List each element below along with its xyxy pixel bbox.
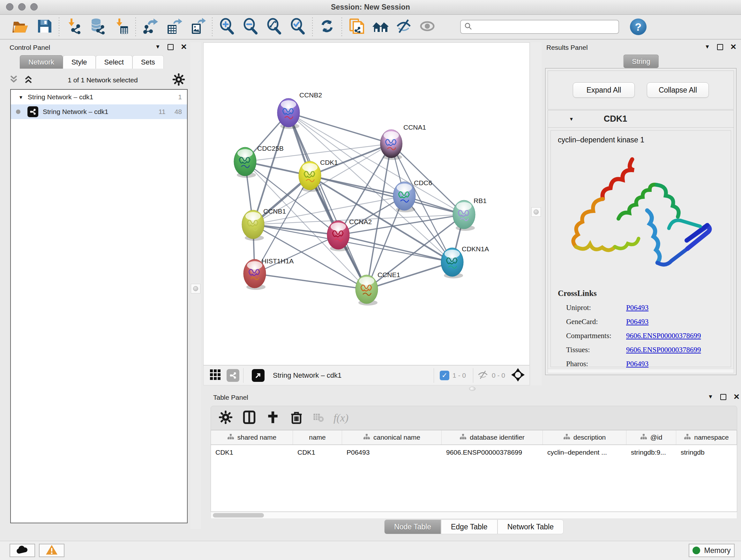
column-header-description[interactable]: description bbox=[543, 430, 626, 444]
table-cell[interactable]: 9606.ENSP00000378699 bbox=[442, 445, 543, 460]
warning-status-button[interactable] bbox=[39, 544, 64, 557]
expander-triangle-icon[interactable]: ▼ bbox=[18, 95, 23, 100]
save-session-button[interactable] bbox=[32, 17, 56, 37]
table-cell[interactable]: CDK1 bbox=[293, 445, 342, 460]
network-row[interactable]: String Network – cdk1 11 48 bbox=[11, 105, 187, 119]
table-cell[interactable]: P06493 bbox=[342, 445, 442, 460]
expand-all-button[interactable]: Expand All bbox=[573, 82, 635, 98]
gear-icon[interactable] bbox=[219, 410, 232, 426]
right-splitter-handle[interactable] bbox=[531, 207, 541, 217]
close-panel-icon[interactable]: ✕ bbox=[730, 43, 737, 51]
scrollbar-thumb[interactable] bbox=[213, 513, 264, 517]
zoom-out-button[interactable] bbox=[239, 17, 262, 37]
divider-handle[interactable] bbox=[469, 387, 475, 391]
edge-CCNB2-CCNE1[interactable] bbox=[288, 113, 367, 289]
help-button[interactable]: ? bbox=[630, 18, 647, 35]
detach-view-button[interactable] bbox=[252, 369, 265, 382]
results-scrollbar[interactable] bbox=[548, 369, 734, 373]
tab-select[interactable]: Select bbox=[96, 55, 132, 69]
node-HIST1H1A[interactable]: HIST1H1A bbox=[244, 257, 293, 290]
edge-CDK1-RB1[interactable] bbox=[310, 176, 464, 214]
node-CCNB1[interactable]: CCNB1 bbox=[242, 207, 286, 241]
float-panel-icon[interactable]: ▼ bbox=[704, 44, 710, 50]
column-header-database-identifier[interactable]: database identifier bbox=[442, 430, 543, 444]
tab-style[interactable]: Style bbox=[63, 55, 96, 69]
tab-network[interactable]: Network bbox=[20, 55, 63, 69]
table-cell[interactable]: stringdb:9... bbox=[626, 445, 676, 460]
node-CCNA2[interactable]: CCNA2 bbox=[327, 218, 372, 251]
collapse-all-button[interactable]: Collapse All bbox=[647, 82, 709, 98]
import-network-database-button[interactable] bbox=[85, 17, 109, 37]
tab-string[interactable]: String bbox=[623, 55, 659, 68]
network-graph[interactable]: CCNB2CCNA1CDC25BCDK1CDC6RB1CCNB1CCNA2CDK… bbox=[204, 43, 530, 366]
tab-edge-table[interactable]: Edge Table bbox=[441, 519, 497, 534]
column-header-canonical-name[interactable]: canonical name bbox=[342, 430, 442, 444]
zoom-selected-button[interactable] bbox=[286, 17, 310, 37]
duplicate-network-button[interactable] bbox=[345, 17, 368, 37]
table-cell[interactable]: cyclin–dependent ... bbox=[543, 445, 626, 460]
grid-view-icon[interactable] bbox=[209, 369, 221, 382]
node-table[interactable]: shared namenamecanonical namedatabase id… bbox=[211, 430, 737, 512]
birds-eye-toggle-icon[interactable] bbox=[511, 368, 525, 383]
float-panel-icon[interactable]: ▼ bbox=[155, 44, 160, 50]
show-all-button[interactable] bbox=[415, 17, 439, 37]
open-session-button[interactable] bbox=[9, 17, 32, 37]
node-CDKN1A[interactable]: CDKN1A bbox=[441, 245, 489, 278]
tab-node-table[interactable]: Node Table bbox=[384, 519, 441, 534]
tab-sets[interactable]: Sets bbox=[132, 55, 164, 69]
export-image-button[interactable] bbox=[186, 17, 209, 37]
crosslink-link[interactable]: 9606.ENSP00000378699 bbox=[626, 332, 701, 340]
close-panel-icon[interactable]: ✕ bbox=[733, 392, 740, 401]
selected-checkbox-icon[interactable]: ✓ bbox=[440, 371, 449, 380]
hide-selected-button[interactable] bbox=[392, 17, 415, 37]
close-panel-icon[interactable]: ✕ bbox=[181, 43, 187, 51]
table-cell[interactable]: stringdb bbox=[676, 445, 737, 460]
table-cell[interactable]: CDK1 bbox=[211, 445, 293, 460]
column-header-namespace[interactable]: namespace bbox=[676, 430, 737, 444]
memory-button[interactable]: Memory bbox=[689, 544, 735, 557]
network-collection-row[interactable]: ▼ String Network – cdk1 1 bbox=[11, 90, 187, 105]
edge-CCNB2-CCNA1[interactable] bbox=[288, 113, 391, 144]
import-table-file-button[interactable] bbox=[109, 17, 133, 37]
crosslink-link[interactable]: P06493 bbox=[626, 318, 649, 326]
export-network-button[interactable] bbox=[138, 17, 162, 37]
trash-icon[interactable] bbox=[289, 410, 304, 426]
import-network-file-button[interactable] bbox=[62, 17, 85, 37]
maximize-panel-icon[interactable] bbox=[167, 44, 174, 50]
table-row[interactable]: CDK1CDK1P064939606.ENSP00000378699cyclin… bbox=[211, 445, 737, 460]
zoom-fit-button[interactable] bbox=[262, 17, 286, 37]
edge-CCNE1-HIST1H1A[interactable] bbox=[255, 273, 367, 289]
edge-CCNB1-CCNA2[interactable] bbox=[253, 225, 338, 235]
network-search-field[interactable] bbox=[460, 20, 619, 34]
search-input[interactable] bbox=[475, 23, 615, 30]
column-header-name[interactable]: name bbox=[293, 430, 342, 444]
left-splitter[interactable] bbox=[190, 43, 201, 529]
table-horizontal-scrollbar[interactable] bbox=[211, 512, 737, 519]
node-RB1[interactable]: RB1 bbox=[453, 197, 487, 231]
tab-network-table[interactable]: Network Table bbox=[497, 519, 563, 534]
network-view-icon[interactable] bbox=[226, 369, 239, 382]
column-header--id[interactable]: @id bbox=[626, 430, 676, 444]
float-panel-icon[interactable]: ▼ bbox=[708, 394, 713, 400]
cloud-status-button[interactable] bbox=[10, 544, 35, 557]
node-CCNE1[interactable]: CCNE1 bbox=[355, 271, 400, 306]
add-column-icon[interactable] bbox=[266, 410, 280, 426]
maximize-panel-icon[interactable] bbox=[720, 394, 726, 400]
first-neighbors-button[interactable] bbox=[368, 17, 392, 37]
horizontal-divider[interactable] bbox=[203, 385, 741, 392]
edge-CCNA2-HIST1H1A[interactable] bbox=[255, 235, 338, 273]
right-splitter[interactable] bbox=[531, 43, 542, 385]
column-header-shared-name[interactable]: shared name bbox=[211, 430, 293, 444]
maximize-panel-icon[interactable] bbox=[717, 44, 723, 50]
gear-icon[interactable] bbox=[172, 73, 185, 87]
apply-style-button[interactable] bbox=[315, 17, 339, 37]
zoom-in-button[interactable] bbox=[215, 17, 239, 37]
crosslink-link[interactable]: 9606.ENSP00000378699 bbox=[626, 346, 701, 354]
crosslink-link[interactable]: P06493 bbox=[626, 304, 649, 312]
show-columns-icon[interactable] bbox=[242, 410, 256, 426]
expander-triangle-icon[interactable]: ▼ bbox=[569, 116, 574, 122]
network-canvas[interactable]: CCNB2CCNA1CDC25BCDK1CDC6RB1CCNB1CCNA2CDK… bbox=[203, 43, 530, 365]
crosslink-link[interactable]: P06493 bbox=[626, 360, 649, 368]
expand-all-networks-icon[interactable] bbox=[23, 74, 33, 86]
collapse-all-networks-icon[interactable] bbox=[9, 74, 18, 86]
